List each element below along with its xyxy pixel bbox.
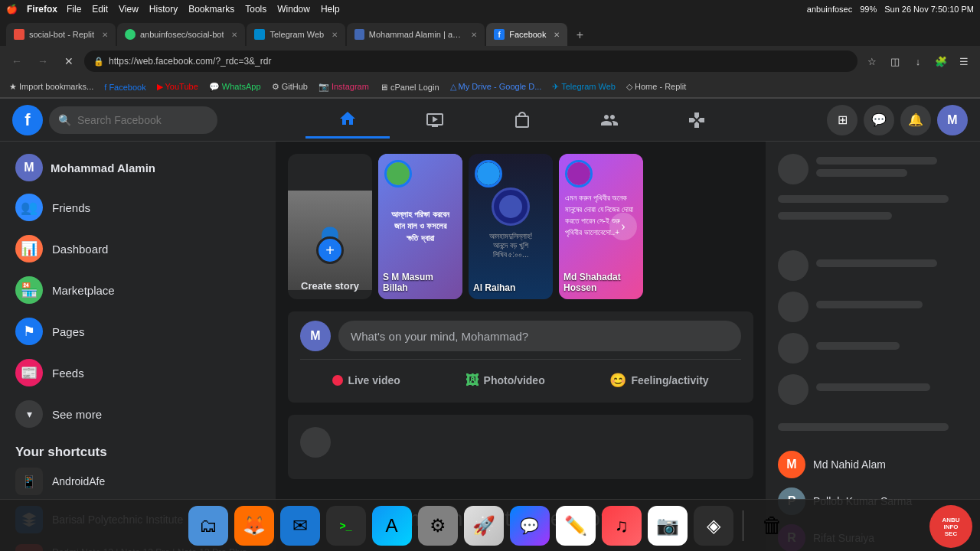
post-box: M What's on your mind, Mohammad? Live vi… — [288, 311, 753, 403]
new-tab-button[interactable]: + — [569, 24, 590, 46]
apple-menu[interactable]: 🍎 — [6, 4, 18, 15]
watermark: ANBUINFOSEC — [929, 505, 972, 548]
bookmark-instagram[interactable]: 📷 Instagram — [315, 80, 372, 93]
sidebar-feeds-label: Feeds — [52, 367, 84, 380]
dock-appstore[interactable]: A — [372, 506, 412, 546]
tab-1-close[interactable]: ✕ — [102, 31, 108, 39]
sidebar-item-friends[interactable]: 👥 Friends — [6, 187, 270, 227]
bookmark-github[interactable]: ⚙ GitHub — [269, 80, 311, 93]
menu-view[interactable]: View — [119, 4, 139, 15]
sidebar-item-pages[interactable]: ⚑ Pages — [6, 311, 270, 351]
story-alraihan[interactable]: আলহামদুলিল্লাহ!আনন্দে বড় খুশিলিখিব ৫:০০… — [469, 154, 553, 299]
menu-window[interactable]: Window — [277, 4, 310, 15]
apps-button[interactable]: ⊞ — [827, 105, 858, 135]
tab-4-close[interactable]: ✕ — [471, 31, 477, 39]
tab-2-close[interactable]: ✕ — [231, 31, 237, 39]
shortcut-androidafe[interactable]: 📱 AndroidAfe — [6, 463, 270, 500]
nav-gaming[interactable] — [655, 102, 739, 139]
bookmark-star[interactable]: ☆ — [862, 51, 882, 71]
sidebar-item-marketplace[interactable]: 🏪 Marketplace — [6, 270, 270, 310]
macos-menubar: 🍎 Firefox File Edit View History Bookmar… — [0, 0, 980, 18]
nav-groups[interactable] — [567, 102, 652, 139]
dock-terminal[interactable]: >_ — [326, 506, 366, 546]
sidebar-user-profile[interactable]: M Mohammad Alamin — [6, 148, 270, 187]
nav-marketplace[interactable] — [480, 102, 564, 139]
right-skeleton-6 — [778, 374, 968, 405]
tab-5-facebook[interactable]: f Facebook ✕ — [486, 23, 567, 46]
url-bar[interactable]: 🔒 https://web.facebook.com/?_rdc=3&_rdr — [84, 51, 858, 72]
create-story-card[interactable]: 👤 + Create story — [288, 154, 372, 299]
pocket-button[interactable]: ◫ — [885, 51, 905, 71]
dock-finder[interactable]: 🗂 — [188, 506, 228, 546]
dock-firefox[interactable]: 🦊 — [234, 506, 274, 546]
sidebar-username: Mohammad Alamin — [51, 161, 155, 174]
forward-button[interactable]: → — [32, 51, 54, 72]
post-box-input[interactable]: What's on your mind, Mohammad? — [338, 321, 741, 351]
photo-video-button[interactable]: 🖼 Photo/video — [456, 367, 554, 393]
post-box-actions: Live video 🖼 Photo/video 😊 Feeling/activ… — [300, 367, 741, 393]
bookmark-youtube[interactable]: ▶ YouTube — [154, 80, 201, 93]
bookmark-replit[interactable]: ◇ Home - Replit — [623, 80, 689, 93]
story-next-arrow[interactable]: › — [609, 213, 637, 240]
dock-mail[interactable]: ✉ — [280, 506, 320, 546]
dock-messenger[interactable]: 💬 — [510, 506, 550, 546]
back-button[interactable]: ← — [6, 51, 28, 72]
tab-2[interactable]: anbuinfosec/social-bot ✕ — [117, 23, 245, 46]
bookmark-facebook[interactable]: f Facebook — [101, 81, 149, 93]
fb-search[interactable]: 🔍 — [49, 106, 217, 134]
dock-photos[interactable]: 📷 — [648, 506, 688, 546]
skeleton-wide-line — [778, 423, 949, 431]
dock-trash[interactable]: 🗑 — [753, 506, 792, 546]
menu-history[interactable]: History — [149, 4, 178, 15]
fb-logo[interactable]: f — [12, 105, 43, 135]
notifications-button[interactable]: 🔔 — [900, 105, 931, 135]
post-box-avatar: M — [300, 321, 331, 351]
sidebar-item-dashboard[interactable]: 📊 Dashboard — [6, 229, 270, 269]
menu-file[interactable]: File — [67, 4, 81, 15]
dock-launchpad[interactable]: 🚀 — [464, 506, 504, 546]
bookmark-import[interactable]: ★ Import bookmarks... — [6, 80, 96, 93]
right-skeleton-1 — [778, 154, 968, 184]
skeleton-circle-5 — [778, 333, 808, 364]
dock-alfred[interactable]: ◈ — [694, 506, 733, 546]
story-shahadat[interactable]: এমন করুন পৃথিবীর অনেক মানুষের দোয়া যে ন… — [559, 154, 643, 299]
bookmark-gdrive[interactable]: △ My Drive - Google D... — [447, 80, 545, 93]
nav-home[interactable] — [305, 102, 390, 139]
tab-1[interactable]: social-bot - Replit ✕ — [6, 23, 116, 46]
messenger-button[interactable]: 💬 — [864, 105, 894, 135]
menu-edit[interactable]: Edit — [92, 4, 108, 15]
story-masum[interactable]: আল্লাহ পরিক্ষা করবেন জান মাল ও ফসলের ক্ষ… — [378, 154, 462, 299]
menu-tools[interactable]: Tools — [245, 4, 266, 15]
live-video-button[interactable]: Live video — [323, 367, 409, 393]
bookmark-cpanel[interactable]: 🖥 cPanel Login — [377, 81, 443, 93]
feeds-icon: 📰 — [15, 359, 43, 386]
sidebar-item-feeds[interactable]: 📰 Feeds — [6, 353, 270, 393]
tab-3[interactable]: Telegram Web ✕ — [247, 23, 345, 46]
bookmark-whatsapp[interactable]: 💬 WhatsApp — [206, 80, 264, 93]
dock-music[interactable]: ♫ — [602, 506, 642, 546]
app-name[interactable]: Firefox — [27, 4, 57, 15]
sidebar-see-more[interactable]: ▾ See more — [6, 394, 270, 434]
user-avatar[interactable]: M — [937, 105, 968, 135]
search-input[interactable] — [77, 114, 208, 126]
dock-systemprefs[interactable]: ⚙ — [418, 506, 458, 546]
shortcuts-title: Your shortcuts — [0, 435, 276, 463]
marketplace-icon: 🏪 — [15, 276, 43, 304]
contact-nahid[interactable]: M Md Nahid Alam — [778, 446, 968, 483]
tab-5-close[interactable]: ✕ — [554, 31, 560, 39]
tab-3-close[interactable]: ✕ — [332, 31, 338, 39]
feeling-button[interactable]: 😊 Feeling/activity — [600, 367, 717, 393]
shortcut-androidafe-label: AndroidAfe — [52, 475, 105, 487]
downloads-button[interactable]: ↓ — [908, 51, 928, 71]
reload-button[interactable]: ✕ — [58, 51, 80, 72]
live-video-label: Live video — [348, 374, 400, 386]
extensions-button[interactable]: 🧩 — [931, 51, 951, 71]
menu-bookmarks[interactable]: Bookmarks — [188, 4, 234, 15]
dock-freeform[interactable]: ✏️ — [556, 506, 596, 546]
bookmark-telegram[interactable]: ✈ Telegram Web — [549, 80, 619, 93]
tab-4[interactable]: Mohammad Alamin | anbu... ✕ — [347, 23, 485, 46]
nav-watch[interactable] — [393, 102, 477, 139]
feeling-label: Feeling/activity — [631, 374, 708, 386]
menu-help[interactable]: Help — [321, 4, 340, 15]
menu-button[interactable]: ☰ — [954, 51, 974, 71]
